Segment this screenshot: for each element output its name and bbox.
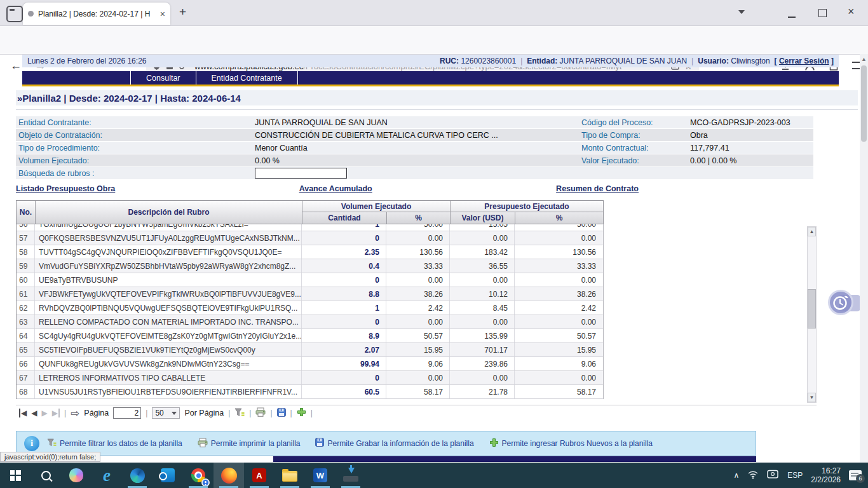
detail-value: JUNTA PARROQUIAL DE SAN JUAN: [255, 118, 573, 127]
row-presupuesto-pct: 33.33: [515, 259, 602, 273]
separator: |: [520, 57, 522, 65]
row-presupuesto-pct: 0.00: [515, 231, 602, 245]
detail-label: Tipo de Procedimiento:: [16, 144, 255, 152]
tray-clock[interactable]: 16:27 2/2/2026: [811, 466, 841, 484]
link-listado-presupuesto-obra[interactable]: Listado Presupuesto Obra: [16, 184, 115, 193]
row-cantidad-value[interactable]: 0: [302, 371, 386, 384]
tab-list-chevron-icon[interactable]: [738, 10, 745, 14]
acrobat-icon: A: [252, 468, 266, 482]
back-button[interactable]: ←: [10, 59, 22, 72]
window-minimize-button[interactable]: [788, 17, 796, 18]
separator: |: [311, 409, 313, 417]
row-number: 61: [17, 287, 35, 301]
language-indicator[interactable]: ESP: [787, 471, 803, 480]
tray-date: 2/2/2026: [811, 475, 841, 484]
taskbar-scanner-app-button[interactable]: [336, 463, 366, 488]
detail-label: Monto Contractual:: [573, 144, 690, 152]
download-tray-icon: [343, 469, 358, 482]
row-presupuesto-pct: 50.57: [515, 329, 602, 342]
nav-item-entidad-contratante[interactable]: Entidad Contratante: [196, 71, 298, 85]
row-cantidad-value[interactable]: 60.5: [302, 385, 386, 398]
window-maximize-button[interactable]: [818, 9, 827, 17]
taskbar-file-explorer-button[interactable]: [275, 463, 305, 488]
filter-icon[interactable]: [234, 408, 245, 419]
tray-chevron-up-icon[interactable]: ∧: [733, 471, 739, 480]
row-cantidad-value[interactable]: 0.4: [302, 259, 386, 273]
wifi-icon[interactable]: [747, 470, 759, 481]
group-header-volumen-ejecutado: Volumen Ejecutado: [302, 201, 451, 212]
taskbar-edge-button[interactable]: [122, 463, 153, 488]
nav-item-consultar[interactable]: Consultar: [130, 71, 196, 85]
taskbar-internet-explorer-button[interactable]: e: [92, 463, 122, 488]
column-header-volumen-pct: %: [387, 212, 451, 224]
notifications-icon[interactable]: 6: [849, 470, 862, 480]
row-cantidad-value[interactable]: 0: [302, 231, 386, 245]
table-scrollbar-thumb[interactable]: [808, 289, 816, 329]
add-icon[interactable]: [297, 407, 306, 419]
row-cantidad-value[interactable]: 2.35: [302, 245, 386, 259]
row-description: Q0FKQSBERSBESVNZVU5UT1JFUyA0LzggREUgMTUg…: [35, 231, 302, 245]
session-header: Lunes 2 de Febrero del 2026 16:26 RUC: 1…: [22, 55, 839, 67]
link-resumen-de-contrato[interactable]: Resumen de Contrato: [556, 184, 639, 193]
taskbar-search-button[interactable]: [31, 463, 61, 488]
next-page-button[interactable]: ▶: [41, 409, 47, 417]
row-number: 57: [17, 231, 35, 245]
previous-page-button[interactable]: ◀: [31, 409, 37, 417]
table-scrollbar[interactable]: ▲ ▼: [807, 226, 817, 403]
rubro-search-input[interactable]: [255, 168, 347, 179]
browser-tab-strip: Planilla2 | Desde: 2024-02-17 | H × + ×: [0, 0, 868, 26]
taskbar-chrome-button[interactable]: [183, 463, 214, 488]
scroll-up-arrow-icon[interactable]: ▲: [808, 227, 816, 236]
first-page-button[interactable]: ◀: [19, 409, 27, 417]
table-row: 68U1VNSU5JU1RSTyBFIElOU1RBTEFDSU9OIERFIE…: [17, 385, 603, 399]
browser-scrollbar-thumb[interactable]: [861, 65, 867, 142]
firefox-view-icon[interactable]: [6, 6, 23, 22]
taskbar-copilot-button[interactable]: [61, 463, 92, 488]
taskbar-firefox-button[interactable]: [214, 463, 244, 488]
clock-icon: [832, 294, 850, 311]
row-cantidad-value[interactable]: 2.07: [302, 343, 386, 356]
detail-value: 0.00 %: [255, 156, 573, 165]
per-page-select[interactable]: 50: [152, 407, 180, 419]
logout-link[interactable]: Cerrar Sesión: [779, 57, 829, 65]
row-cantidad-value[interactable]: 8.8: [302, 287, 386, 301]
detail-label: Valor Ejecutado:: [573, 156, 690, 165]
row-cantidad-value[interactable]: 8.9: [302, 329, 386, 342]
save-icon[interactable]: [277, 408, 286, 419]
row-cantidad-value[interactable]: 1: [302, 301, 386, 315]
link-avance-acumulado[interactable]: Avance Acumulado: [299, 184, 372, 193]
detail-value: Menor Cuantía: [255, 144, 573, 152]
row-presupuesto-pct: 0.00: [515, 315, 602, 329]
start-button[interactable]: [0, 463, 31, 488]
user-value: Cliwinsgton: [731, 57, 770, 65]
scroll-down-arrow-icon[interactable]: ▼: [808, 393, 816, 402]
row-volumen-pct: 50.57: [386, 329, 450, 342]
row-number: 68: [17, 385, 35, 398]
new-tab-button[interactable]: +: [179, 5, 186, 19]
taskbar-acrobat-button[interactable]: A: [244, 463, 275, 488]
separator: |: [64, 409, 66, 417]
display-connect-icon[interactable]: [767, 470, 779, 481]
row-description: UE9aTyBTRVBUSUNP: [35, 273, 302, 287]
browser-tab[interactable]: Planilla2 | Desde: 2024-02-17 | H ×: [23, 3, 170, 25]
print-icon[interactable]: [255, 407, 266, 419]
page-number-input[interactable]: [113, 407, 141, 419]
browser-scrollbar[interactable]: ▲: [860, 54, 868, 463]
last-page-button[interactable]: ▶: [52, 409, 60, 417]
row-cantidad-value[interactable]: 99.94: [302, 357, 386, 370]
taskbar: e A W ∧ ESP 16:27 2/2/2026 6: [0, 463, 868, 488]
row-cantidad-value[interactable]: 1: [302, 224, 386, 231]
time-tracker-widget[interactable]: [828, 290, 853, 315]
taskbar-outlook-button[interactable]: [153, 463, 183, 488]
separator: |: [691, 57, 693, 65]
go-to-page-icon[interactable]: ⇨: [71, 407, 79, 420]
taskbar-word-button[interactable]: W: [305, 463, 336, 488]
scroll-up-arrow-icon[interactable]: ▲: [861, 56, 867, 62]
table-header: No. Descripción del Rubro Volumen Ejecut…: [16, 200, 604, 224]
row-cantidad-value[interactable]: 0: [302, 273, 386, 287]
window-close-button[interactable]: ×: [848, 5, 855, 18]
detail-row: Tipo de Procedimiento: Menor Cuantía Mon…: [16, 142, 813, 154]
row-cantidad-value[interactable]: 0: [302, 315, 386, 329]
tray-time: 16:27: [811, 466, 841, 475]
tab-close-icon[interactable]: ×: [156, 9, 165, 19]
